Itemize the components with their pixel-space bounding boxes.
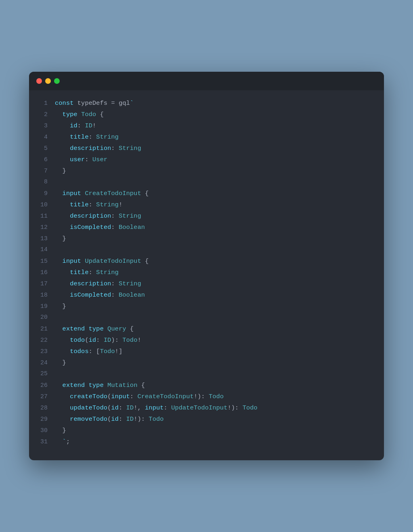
code-line: 17 description: String xyxy=(29,279,384,290)
code-line: 14 xyxy=(29,245,384,256)
code-line: 6 user: User xyxy=(29,155,384,166)
code-line: 22 todo(id: ID): Todo! xyxy=(29,335,384,347)
code-line: 5 description: String xyxy=(29,143,384,155)
code-line: 30 } xyxy=(29,426,384,437)
code-line: 4 title: String xyxy=(29,132,384,143)
code-line: 10 title: String! xyxy=(29,200,384,211)
maximize-button[interactable] xyxy=(54,78,60,84)
code-line: 19 } xyxy=(29,301,384,313)
code-line: 24 } xyxy=(29,358,384,369)
code-line: 18 isCompleted: Boolean xyxy=(29,290,384,301)
code-line: 16 title: String xyxy=(29,268,384,279)
minimize-button[interactable] xyxy=(45,78,51,84)
code-line: 3 id: ID! xyxy=(29,121,384,132)
code-line: 13 } xyxy=(29,234,384,245)
code-line: 11 description: String xyxy=(29,211,384,222)
code-window: 1 const typeDefs = gql` 2 type Todo { 3 … xyxy=(29,72,384,460)
window-titlebar xyxy=(29,72,384,90)
code-line: 7 } xyxy=(29,166,384,177)
code-line: 8 xyxy=(29,177,384,189)
code-line: 31 `; xyxy=(29,437,384,448)
code-line: 15 input UpdateTodoInput { xyxy=(29,256,384,268)
code-line: 9 input CreateTodoInput { xyxy=(29,189,384,200)
code-line: 21 extend type Query { xyxy=(29,324,384,335)
code-line: 12 isCompleted: Boolean xyxy=(29,222,384,234)
code-line: 25 xyxy=(29,369,384,380)
code-line: 23 todos: [Todo!] xyxy=(29,347,384,358)
code-line: 1 const typeDefs = gql` xyxy=(29,98,384,110)
close-button[interactable] xyxy=(36,78,42,84)
code-line: 28 updateTodo(id: ID!, input: UpdateTodo… xyxy=(29,403,384,414)
code-line: 2 type Todo { xyxy=(29,110,384,121)
code-line: 29 removeTodo(id: ID!): Todo xyxy=(29,414,384,426)
code-line: 20 xyxy=(29,313,384,324)
code-line: 27 createTodo(input: CreateTodoInput!): … xyxy=(29,392,384,403)
code-line: 26 extend type Mutation { xyxy=(29,380,384,392)
code-editor: 1 const typeDefs = gql` 2 type Todo { 3 … xyxy=(29,90,384,460)
